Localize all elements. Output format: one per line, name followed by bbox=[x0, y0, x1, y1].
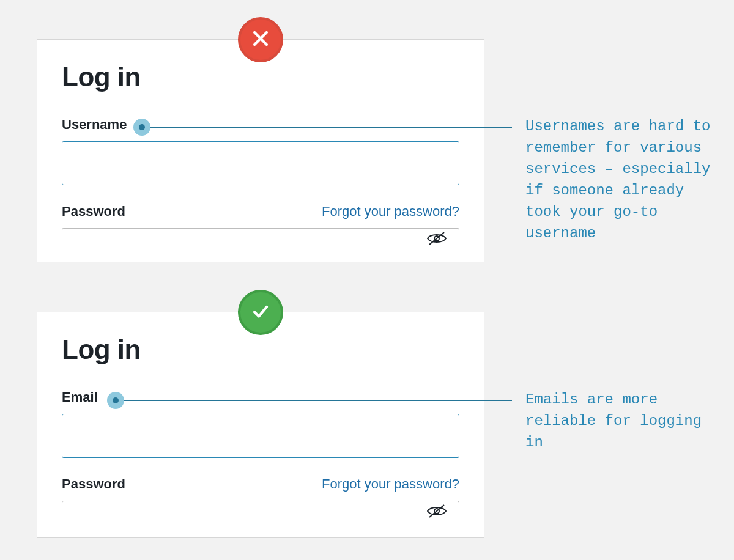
annotation-connector bbox=[143, 127, 512, 128]
username-input[interactable] bbox=[62, 141, 459, 185]
forgot-password-link[interactable]: Forgot your password? bbox=[322, 476, 459, 492]
check-badge bbox=[238, 290, 283, 335]
eye-slash-icon bbox=[426, 503, 448, 519]
email-input[interactable] bbox=[62, 414, 459, 458]
login-title: Log in bbox=[62, 334, 459, 365]
email-label: Email bbox=[62, 389, 98, 405]
eye-slash-icon bbox=[426, 230, 448, 246]
check-icon bbox=[250, 301, 271, 324]
forgot-password-link[interactable]: Forgot your password? bbox=[322, 204, 459, 219]
annotation-text-good: Emails are more reliable for logging in bbox=[525, 389, 721, 453]
annotation-marker bbox=[107, 392, 124, 409]
close-icon bbox=[250, 28, 271, 51]
login-title: Log in bbox=[62, 62, 459, 92]
annotation-text-bad: Usernames are hard to remember for vario… bbox=[525, 116, 721, 244]
annotation-connector bbox=[117, 400, 512, 401]
password-input-preview[interactable] bbox=[62, 228, 459, 246]
username-label: Username bbox=[62, 117, 127, 133]
x-badge bbox=[238, 17, 283, 62]
bad-example-card: Log in Username Password Forgot your pas… bbox=[37, 39, 484, 262]
password-label: Password bbox=[62, 476, 125, 492]
password-input-preview[interactable] bbox=[62, 501, 459, 519]
password-label: Password bbox=[62, 204, 125, 219]
annotation-marker bbox=[133, 119, 150, 136]
good-example-card: Log in Email Password Forgot your passwo… bbox=[37, 312, 484, 538]
